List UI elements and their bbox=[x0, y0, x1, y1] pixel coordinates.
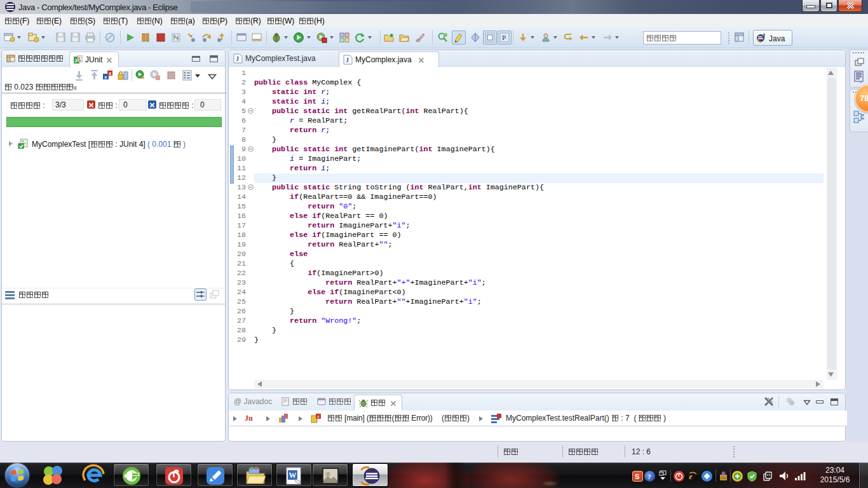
svg-text:S: S bbox=[635, 473, 639, 480]
svg-text:J: J bbox=[346, 57, 349, 64]
svg-text:W: W bbox=[289, 471, 297, 480]
svg-text:x: x bbox=[104, 74, 107, 80]
svg-text:J: J bbox=[74, 58, 77, 64]
svg-text:U: U bbox=[78, 57, 82, 62]
svg-text:x: x bbox=[109, 71, 112, 76]
svg-text:J: J bbox=[236, 55, 239, 62]
svg-text:x: x bbox=[317, 414, 320, 419]
svg-text:J: J bbox=[762, 32, 765, 39]
svg-text:?: ? bbox=[648, 473, 651, 480]
svg-text:P: P bbox=[502, 34, 506, 41]
